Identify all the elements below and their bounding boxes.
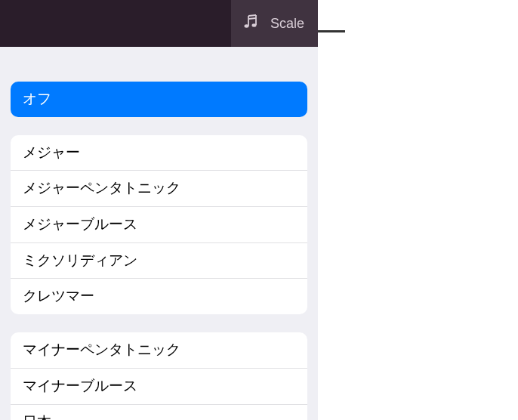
- scale-option-mixolydian[interactable]: ミクソリディアン: [11, 243, 307, 279]
- scale-group-minor: マイナーペンタトニック マイナーブルース 日本: [11, 332, 307, 420]
- scale-option-off[interactable]: オフ: [11, 82, 307, 117]
- scale-option-major-pentatonic[interactable]: メジャーペンタトニック: [11, 171, 307, 207]
- music-notes-icon: [242, 11, 263, 36]
- app-frame: Scale オフ メジャー メジャーペンタトニック メジャーブルース: [0, 0, 318, 420]
- scale-option-major-blues[interactable]: メジャーブルース: [11, 207, 307, 243]
- scale-option-label: クレツマー: [23, 288, 94, 304]
- scale-option-minor-blues[interactable]: マイナーブルース: [11, 369, 307, 405]
- scale-option-label: メジャー: [23, 144, 80, 160]
- scale-group-off: オフ: [11, 82, 307, 117]
- scale-option-label: 日本: [23, 414, 51, 421]
- scale-menu: オフ メジャー メジャーペンタトニック メジャーブルース ミクソリディアン クレ…: [0, 47, 318, 420]
- scale-option-label: メジャーブルース: [23, 216, 137, 232]
- scale-option-klezmer[interactable]: クレツマー: [11, 279, 307, 314]
- callout-line: [318, 30, 345, 32]
- scale-button[interactable]: Scale: [231, 0, 318, 47]
- top-bar: Scale: [0, 0, 318, 47]
- scale-option-japanese[interactable]: 日本: [11, 405, 307, 421]
- scale-option-major[interactable]: メジャー: [11, 135, 307, 171]
- scale-button-label: Scale: [270, 16, 304, 32]
- scale-group-major: メジャー メジャーペンタトニック メジャーブルース ミクソリディアン クレツマー: [11, 135, 307, 314]
- scale-option-label: マイナーブルース: [23, 378, 137, 394]
- scale-option-minor-pentatonic[interactable]: マイナーペンタトニック: [11, 332, 307, 369]
- svg-point-1: [251, 23, 256, 26]
- scale-option-label: オフ: [23, 91, 51, 107]
- svg-point-0: [244, 24, 248, 27]
- scale-option-label: メジャーペンタトニック: [23, 180, 180, 196]
- scale-option-label: ミクソリディアン: [23, 252, 137, 268]
- scale-option-label: マイナーペンタトニック: [23, 341, 180, 357]
